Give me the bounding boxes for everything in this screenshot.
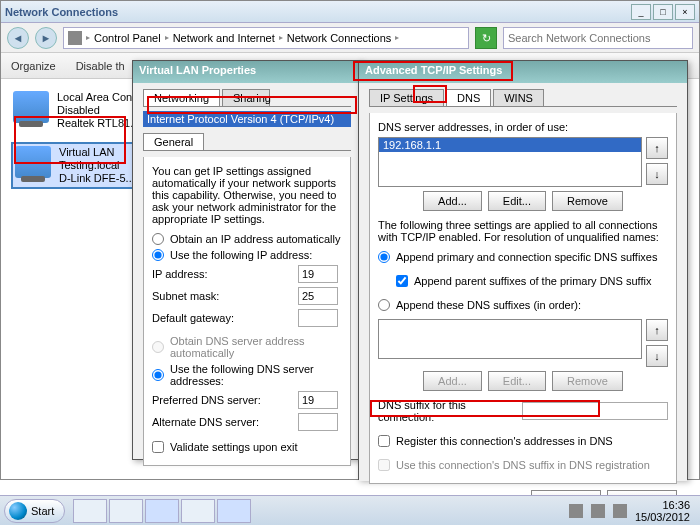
back-button[interactable]: ◄: [7, 27, 29, 49]
add-suffix-button: Add...: [423, 371, 482, 391]
tab-networking[interactable]: Networking: [143, 89, 220, 106]
ip-address-input[interactable]: [298, 265, 338, 283]
remove-dns-button[interactable]: Remove: [552, 191, 623, 211]
titlebar: Network Connections _ □ ×: [1, 1, 699, 23]
dns-suffix-input[interactable]: [522, 402, 668, 420]
move-up-button[interactable]: ↑: [646, 137, 668, 159]
shield-icon: [68, 31, 82, 45]
validate-checkbox[interactable]: [152, 441, 164, 453]
remove-suffix-button: Remove: [552, 371, 623, 391]
three-settings-label: The following three settings are applied…: [378, 219, 668, 243]
minimize-button[interactable]: _: [631, 4, 651, 20]
nav-bar: ◄ ► ▸ Control Panel ▸ Network and Intern…: [1, 23, 699, 53]
dns-suffix-list[interactable]: [378, 319, 642, 359]
tray-sound-icon[interactable]: [613, 504, 627, 518]
tray-flag-icon[interactable]: [569, 504, 583, 518]
maximize-button[interactable]: □: [653, 4, 673, 20]
taskbar-app-1[interactable]: [73, 499, 107, 523]
edit-suffix-button: Edit...: [488, 371, 546, 391]
clock[interactable]: 16:36 15/03/2012: [635, 499, 690, 523]
organize-menu[interactable]: Organize: [11, 60, 56, 72]
radio-auto-ip[interactable]: [152, 233, 164, 245]
bc-item[interactable]: Network Connections: [287, 32, 392, 44]
close-button[interactable]: ×: [675, 4, 695, 20]
taskbar-app-explorer[interactable]: [145, 499, 179, 523]
radio-auto-dns: [152, 341, 164, 353]
network-adapter-icon: [13, 91, 49, 123]
radio-use-dns[interactable]: [152, 369, 164, 381]
selected-protocol[interactable]: Internet Protocol Version 4 (TCP/IPv4): [143, 111, 351, 127]
dialog-title: Virtual LAN Properties: [133, 61, 361, 83]
taskbar: Start 16:36 15/03/2012: [0, 495, 700, 525]
radio-append-primary[interactable]: [378, 251, 390, 263]
check-register-dns[interactable]: [378, 435, 390, 447]
tab-wins[interactable]: WINS: [493, 89, 544, 106]
suffix-down-button[interactable]: ↓: [646, 345, 668, 367]
conn-domain: Testing.local: [59, 159, 135, 172]
pref-dns-input[interactable]: [298, 391, 338, 409]
subnet-mask-input[interactable]: [298, 287, 338, 305]
alt-dns-input[interactable]: [298, 413, 338, 431]
forward-button[interactable]: ►: [35, 27, 57, 49]
breadcrumb[interactable]: ▸ Control Panel ▸ Network and Internet ▸…: [63, 27, 469, 49]
window-title: Network Connections: [5, 6, 631, 18]
windows-orb-icon: [9, 502, 27, 520]
check-use-suffix-reg: [378, 459, 390, 471]
tab-dns[interactable]: DNS: [446, 89, 491, 106]
conn-device: D-Link DFE-5...: [59, 172, 135, 185]
check-append-parent[interactable]: [396, 275, 408, 287]
suffix-up-button[interactable]: ↑: [646, 319, 668, 341]
tray-network-icon[interactable]: [591, 504, 605, 518]
disable-menu[interactable]: Disable th: [76, 60, 125, 72]
ip-desc: You can get IP settings assigned automat…: [152, 165, 342, 225]
search-input[interactable]: [503, 27, 693, 49]
tab-ip-settings[interactable]: IP Settings: [369, 89, 444, 106]
dns-entry[interactable]: 192.168.1.1: [379, 138, 641, 152]
radio-use-ip[interactable]: [152, 249, 164, 261]
refresh-button[interactable]: ↻: [475, 27, 497, 49]
taskbar-app-2[interactable]: [109, 499, 143, 523]
bc-item[interactable]: Network and Internet: [173, 32, 275, 44]
edit-dns-button[interactable]: Edit...: [488, 191, 546, 211]
gateway-input[interactable]: [298, 309, 338, 327]
advanced-tcpip-dialog: Advanced TCP/IP Settings IP Settings DNS…: [358, 60, 688, 480]
dialog-title: Advanced TCP/IP Settings: [359, 61, 687, 83]
conn-name: Virtual LAN: [59, 146, 135, 159]
taskbar-app-4[interactable]: [181, 499, 215, 523]
tab-sharing[interactable]: Sharing: [222, 89, 270, 106]
dns-order-label: DNS server addresses, in order of use:: [378, 121, 668, 133]
start-button[interactable]: Start: [4, 499, 65, 523]
dns-server-list[interactable]: 192.168.1.1: [378, 137, 642, 187]
radio-append-these[interactable]: [378, 299, 390, 311]
add-dns-button[interactable]: Add...: [423, 191, 482, 211]
bc-item[interactable]: Control Panel: [94, 32, 161, 44]
network-adapter-icon: [15, 146, 51, 178]
tab-general[interactable]: General: [143, 133, 204, 150]
taskbar-app-5[interactable]: [217, 499, 251, 523]
move-down-button[interactable]: ↓: [646, 163, 668, 185]
vlan-properties-dialog: Virtual LAN Properties Networking Sharin…: [132, 60, 362, 460]
